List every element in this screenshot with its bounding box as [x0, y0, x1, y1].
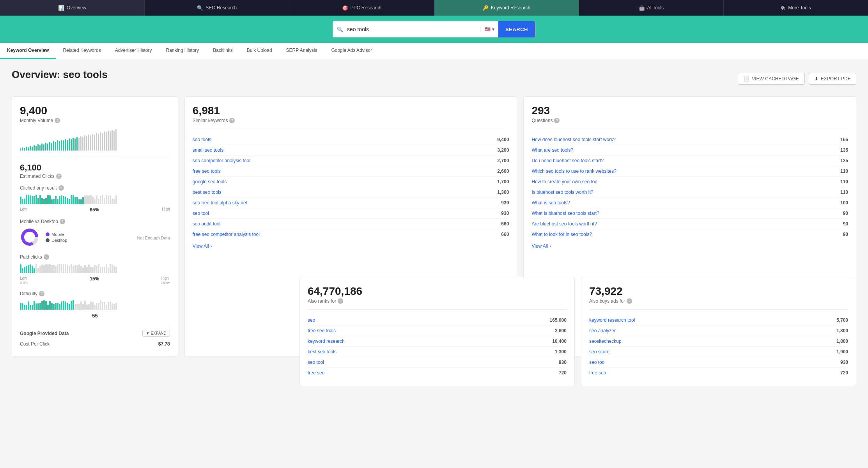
nav-ai-tools[interactable]: 🤖 AI Tools	[579, 0, 724, 16]
chart-bar	[51, 143, 52, 151]
keyword-link[interactable]: Are bluehost seo tools worth it?	[531, 221, 597, 227]
keyword-link[interactable]: How to create your own seo tool	[531, 179, 598, 184]
clicked-info-icon[interactable]: ?	[58, 185, 64, 191]
subnav-advertiser-history[interactable]: Advertiser History	[108, 43, 159, 59]
progress-bar-segment	[98, 199, 99, 204]
clicked-result-section: Clicked any result ? Low 65% High	[20, 185, 170, 213]
keyword-link[interactable]: best seo tools	[308, 349, 337, 355]
also-ranks-table: seo165,000free seo tools2,600keyword res…	[308, 315, 567, 378]
keyword-link[interactable]: seo	[308, 317, 315, 323]
subnav-backlinks[interactable]: Backlinks	[206, 43, 240, 59]
keyword-link[interactable]: free seo	[308, 370, 324, 376]
subnav-serp-analysis[interactable]: SERP Analysis	[279, 43, 324, 59]
also-buys-info-icon[interactable]: ?	[627, 298, 632, 304]
progress-bar-segment	[80, 301, 82, 310]
keyword-link[interactable]: seo analyzer	[589, 328, 616, 333]
keyword-volume: 2,700	[497, 158, 509, 163]
chart-bar	[84, 135, 85, 151]
nav-seo-research[interactable]: 🔍 SEO Research	[145, 0, 289, 16]
keyword-link[interactable]: free seo tools	[308, 328, 336, 333]
keyword-link[interactable]: What is seo tools?	[531, 200, 570, 206]
keyword-link[interactable]: seo tool	[193, 211, 209, 216]
subnav-bulk-upload[interactable]: Bulk Upload	[240, 43, 279, 59]
cost-per-click-label: Cost Per Click	[20, 341, 50, 347]
tools-icon: 🛠	[781, 5, 786, 11]
keyword-link[interactable]: seo free tool alpha sky net	[193, 200, 247, 206]
table-row: free seo competitor analysis tool660	[193, 229, 509, 239]
keyword-link[interactable]: What is bluehost seo tools start?	[531, 211, 599, 216]
keyword-link[interactable]: free seo competitor analysis tool	[193, 232, 260, 237]
progress-bar-segment	[43, 300, 45, 310]
similar-view-all[interactable]: View All ›	[193, 243, 212, 249]
search-button[interactable]: SEARCH	[498, 21, 535, 37]
similar-keywords-info-icon[interactable]: ?	[229, 118, 235, 123]
subnav-related-keywords[interactable]: Related Keywords	[56, 43, 108, 59]
keyword-link[interactable]: best seo tools	[193, 190, 221, 195]
keyword-link[interactable]: seositecheckup	[589, 339, 622, 344]
progress-bar-segment	[90, 195, 92, 204]
chart-bar	[78, 138, 80, 151]
progress-bar-segment	[49, 264, 51, 273]
questions-view-all[interactable]: View All ›	[531, 243, 551, 249]
keyword-link[interactable]: seo score	[589, 349, 609, 355]
keyword-link[interactable]: seo tool	[308, 360, 324, 365]
keyword-link[interactable]: keyword research	[308, 339, 345, 344]
keyword-link[interactable]: seo competitor analysis tool	[193, 158, 250, 163]
table-row: google seo tools1,700	[193, 177, 509, 187]
progress-bar-segment	[86, 195, 88, 204]
table-row: What is seo tools?100	[531, 198, 848, 208]
keyword-link[interactable]: What are seo tools?	[531, 147, 573, 153]
nav-more-tools[interactable]: 🛠 More Tools	[724, 0, 868, 16]
nav-ppc-research[interactable]: 🎯 PPC Research	[289, 0, 434, 16]
keyword-link[interactable]: Do i need bluehost seo tools start?	[531, 158, 604, 163]
progress-bar-segment	[86, 267, 88, 273]
view-cached-button[interactable]: 📄 VIEW CACHED PAGE	[738, 73, 804, 85]
country-selector[interactable]: 🇺🇸 ▾	[480, 27, 498, 32]
monthly-volume-info-icon[interactable]: ?	[55, 118, 60, 123]
chart-bar	[88, 135, 89, 151]
keyword-link[interactable]: free seo tools	[193, 168, 221, 174]
nav-keyword-research[interactable]: 🔑 Keyword Research	[434, 0, 579, 16]
progress-bar-segment	[69, 199, 70, 204]
keyword-link[interactable]: Is bluehost seo tools worth it?	[531, 190, 593, 195]
expand-button[interactable]: ▼ EXPAND	[142, 330, 170, 337]
export-pdf-button[interactable]: ⬇ EXPORT PDF	[809, 73, 856, 85]
keyword-volume: 1,300	[497, 190, 509, 195]
subnav-keyword-overview[interactable]: Keyword Overview	[0, 43, 56, 59]
progress-bar-segment	[84, 301, 86, 310]
paid-clicks-section: Paid clicks ? Low 0-3% 15% High 13%+	[20, 254, 170, 285]
subnav-google-ads-advisor[interactable]: Google Ads Advisor	[324, 43, 379, 59]
subnav-ranking-history[interactable]: Ranking History	[159, 43, 206, 59]
chart-bar	[41, 144, 43, 151]
questions-info-icon[interactable]: ?	[554, 118, 560, 123]
keyword-link[interactable]: google seo tools	[193, 179, 227, 184]
keyword-link[interactable]: keyword research tool	[589, 317, 635, 323]
title-row: Overview: seo tools 📄 VIEW CACHED PAGE ⬇…	[12, 69, 856, 89]
keyword-volume: 1,300	[555, 349, 567, 355]
progress-bar-segment	[26, 266, 27, 273]
keyword-link[interactable]: Which seo tools to use to rank websites?	[531, 168, 616, 174]
keyword-link[interactable]: free seo	[589, 370, 606, 376]
also-buys-table: keyword research tool5,700seo analyzer1,…	[589, 315, 848, 378]
questions-table: How does bluehost seo tools start work?1…	[531, 135, 848, 239]
keyword-link[interactable]: seo tool	[589, 360, 606, 365]
cost-per-click-value: $7.78	[158, 341, 170, 347]
difficulty-info-icon[interactable]: ?	[39, 291, 44, 296]
keyword-volume: 660	[501, 232, 509, 237]
keyword-link[interactable]: How does bluehost seo tools start work?	[531, 137, 615, 142]
estimated-clicks-info-icon[interactable]: ?	[56, 174, 62, 179]
keyword-link[interactable]: seo audit tool	[193, 221, 220, 227]
search-input[interactable]	[347, 26, 480, 32]
progress-bar-segment	[65, 197, 66, 204]
mobile-desktop-info-icon[interactable]: ?	[60, 219, 65, 224]
keyword-link[interactable]: small seo tools	[193, 147, 223, 153]
also-ranks-info-icon[interactable]: ?	[338, 298, 343, 304]
keyword-link[interactable]: What to look for in seo tools?	[531, 232, 592, 237]
nav-overview[interactable]: 📊 Overview	[0, 0, 145, 16]
progress-bar-segment	[59, 304, 60, 310]
paid-clicks-info-icon[interactable]: ?	[44, 254, 49, 260]
progress-bar-segment	[67, 303, 68, 310]
keyword-volume: 2,600	[497, 168, 509, 174]
chart-bar	[98, 134, 99, 151]
keyword-link[interactable]: seo tools	[193, 137, 211, 142]
